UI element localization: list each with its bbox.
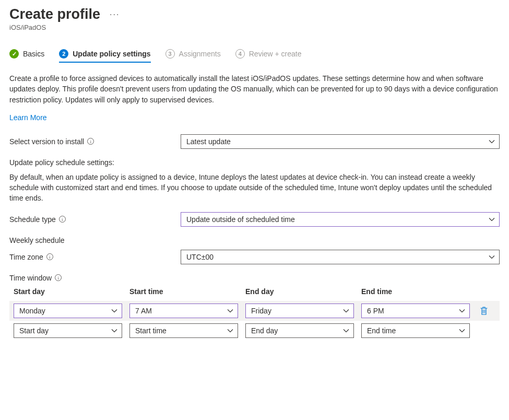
check-icon: ✓ — [9, 49, 19, 59]
info-icon[interactable]: i — [55, 274, 62, 281]
tab-basics[interactable]: ✓ Basics — [9, 46, 44, 62]
policy-description: Create a profile to force assigned devic… — [9, 73, 500, 105]
table-row: Start day Start time End day End time — [9, 321, 500, 341]
field-label: Select version to install — [9, 137, 84, 146]
select-value: Latest update — [186, 137, 231, 146]
table-row: Monday 7 AM Friday 6 PM — [9, 301, 500, 321]
select-version-dropdown[interactable]: Latest update — [181, 134, 500, 149]
tab-label: Review + create — [249, 50, 302, 58]
trash-icon — [480, 306, 488, 316]
step-number-icon: 2 — [59, 49, 68, 59]
select-value: 7 AM — [135, 307, 152, 315]
field-label: Time zone — [9, 253, 43, 261]
chevron-down-icon — [459, 308, 465, 314]
column-header-start-time: Start time — [129, 287, 238, 296]
chevron-down-icon — [489, 254, 495, 260]
chevron-down-icon — [111, 328, 117, 334]
time-window-table: Start day Start time End day End time Mo… — [9, 287, 500, 341]
schedule-settings-description: By default, when an update policy is ass… — [9, 172, 500, 204]
select-value: 6 PM — [367, 307, 384, 315]
chevron-down-icon — [227, 308, 233, 314]
end-time-dropdown[interactable]: End time — [361, 323, 470, 338]
page-title: Create profile — [9, 6, 100, 22]
start-day-dropdown[interactable]: Monday — [14, 304, 122, 318]
tab-label: Update policy settings — [73, 50, 150, 58]
end-time-dropdown[interactable]: 6 PM — [361, 304, 470, 318]
tab-assignments[interactable]: 3 Assignments — [165, 46, 221, 62]
chevron-down-icon — [459, 328, 465, 334]
select-value: UTC±00 — [186, 253, 214, 261]
chevron-down-icon — [489, 216, 495, 223]
select-value: Update outside of scheduled time — [186, 215, 295, 224]
tab-update-policy-settings[interactable]: 2 Update policy settings — [59, 46, 150, 62]
column-header-end-day: End day — [245, 287, 354, 296]
select-placeholder: Start day — [19, 326, 49, 335]
end-day-dropdown[interactable]: End day — [245, 323, 354, 338]
time-zone-dropdown[interactable]: UTC±00 — [181, 250, 500, 264]
select-placeholder: End day — [251, 326, 278, 335]
weekly-schedule-heading: Weekly schedule — [9, 236, 500, 244]
chevron-down-icon — [343, 308, 349, 314]
schedule-type-dropdown[interactable]: Update outside of scheduled time — [181, 212, 500, 227]
field-select-version: Select version to install i Latest updat… — [9, 134, 500, 149]
tab-review-create[interactable]: 4 Review + create — [235, 46, 302, 62]
field-schedule-type: Schedule type i Update outside of schedu… — [9, 212, 500, 227]
more-menu-button[interactable]: ··· — [110, 10, 120, 19]
select-placeholder: End time — [367, 326, 396, 335]
select-placeholder: Start time — [135, 326, 167, 335]
info-icon[interactable]: i — [46, 253, 53, 260]
delete-row-button[interactable] — [477, 306, 491, 316]
start-time-dropdown[interactable]: Start time — [129, 323, 238, 338]
chevron-down-icon — [227, 328, 233, 334]
column-header-start-day: Start day — [14, 287, 122, 296]
start-day-dropdown[interactable]: Start day — [14, 323, 122, 338]
info-icon[interactable]: i — [59, 216, 66, 223]
field-label: Schedule type — [9, 215, 56, 224]
info-icon[interactable]: i — [87, 138, 94, 145]
tab-label: Basics — [23, 50, 44, 58]
time-window-heading: Time window i — [9, 274, 500, 282]
learn-more-link[interactable]: Learn More — [9, 113, 47, 122]
wizard-tabs: ✓ Basics 2 Update policy settings 3 Assi… — [9, 46, 500, 62]
page-subtitle: iOS/iPadOS — [9, 24, 500, 31]
tab-label: Assignments — [179, 50, 221, 58]
start-time-dropdown[interactable]: 7 AM — [129, 304, 238, 318]
schedule-settings-heading: Update policy schedule settings: — [9, 158, 500, 167]
select-value: Monday — [19, 307, 45, 315]
select-value: Friday — [251, 307, 271, 315]
chevron-down-icon — [111, 308, 117, 314]
field-label: Time window — [9, 274, 52, 282]
field-time-zone: Time zone i UTC±00 — [9, 250, 500, 264]
step-number-icon: 4 — [235, 49, 245, 59]
column-header-end-time: End time — [361, 287, 470, 296]
step-number-icon: 3 — [165, 49, 175, 59]
chevron-down-icon — [343, 328, 349, 334]
chevron-down-icon — [489, 138, 495, 145]
end-day-dropdown[interactable]: Friday — [245, 304, 354, 318]
page-header: Create profile ··· iOS/iPadOS — [9, 6, 500, 31]
table-header-row: Start day Start time End day End time — [9, 287, 500, 301]
